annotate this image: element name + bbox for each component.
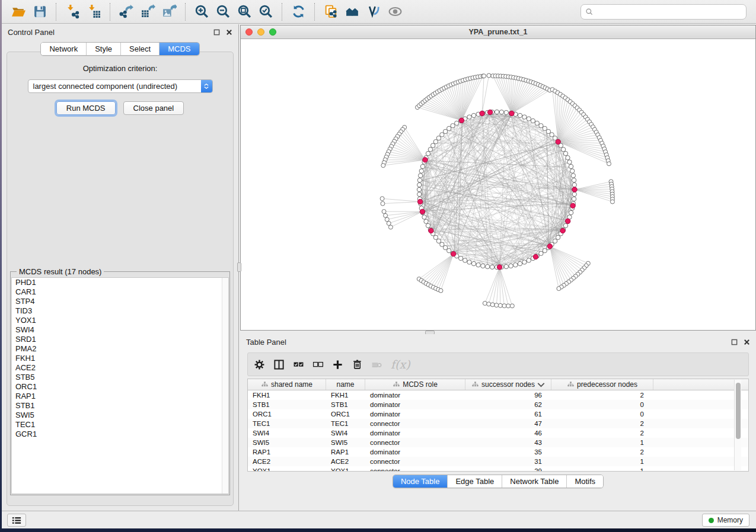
- network-node[interactable]: [495, 110, 499, 114]
- mcds-result-item[interactable]: TEC1: [12, 420, 228, 430]
- network-leaf-node[interactable]: [487, 73, 491, 78]
- network-window-titlebar[interactable]: YPA_prune.txt_1: [241, 25, 755, 39]
- network-node[interactable]: [504, 110, 508, 114]
- network-leaf-node[interactable]: [381, 164, 385, 168]
- network-node[interactable]: [569, 164, 573, 168]
- table-tab-network-table[interactable]: Network Table: [502, 475, 566, 488]
- table-row[interactable]: RAP1RAP1dominator352: [248, 447, 748, 457]
- tab-network[interactable]: Network: [41, 43, 86, 55]
- mcds-node[interactable]: [556, 139, 560, 144]
- table-row[interactable]: SWI4SWI4dominator462: [248, 428, 748, 438]
- table-settings-gear-icon[interactable]: [254, 359, 265, 370]
- mcds-list-scrollbar[interactable]: [222, 278, 228, 493]
- network-node[interactable]: [436, 239, 441, 243]
- network-node[interactable]: [561, 148, 565, 152]
- network-node[interactable]: [486, 264, 490, 268]
- export-table-icon[interactable]: [139, 4, 157, 20]
- mcds-result-item[interactable]: ACE2: [12, 363, 228, 373]
- table-row[interactable]: ACE2ACE2connector311: [248, 457, 748, 466]
- select-all-rows-icon[interactable]: [293, 359, 304, 370]
- network-node[interactable]: [443, 245, 447, 249]
- search-input[interactable]: [596, 7, 742, 16]
- table-row[interactable]: YOX1YOX1connector291: [248, 466, 748, 472]
- table-row[interactable]: STB1STB1dominator620: [248, 400, 748, 409]
- show-hide-eye-icon[interactable]: [386, 4, 404, 20]
- close-table-panel-icon[interactable]: [743, 339, 750, 346]
- mcds-node[interactable]: [480, 111, 484, 116]
- network-leaf-node[interactable]: [483, 301, 487, 305]
- mcds-node[interactable]: [451, 251, 456, 256]
- network-node[interactable]: [433, 235, 438, 239]
- table-scrollbar-thumb[interactable]: [736, 383, 741, 439]
- vizmap-toggle-icon[interactable]: [365, 4, 382, 20]
- network-leaf-node[interactable]: [381, 201, 385, 206]
- mcds-node[interactable]: [429, 228, 433, 233]
- network-node[interactable]: [458, 256, 462, 260]
- zoom-in-icon[interactable]: [193, 4, 210, 20]
- mcds-result-item[interactable]: YOX1: [12, 316, 228, 325]
- network-leaf-node[interactable]: [482, 74, 486, 78]
- network-node[interactable]: [563, 223, 567, 227]
- network-node[interactable]: [430, 143, 435, 148]
- network-leaf-node[interactable]: [490, 303, 495, 307]
- table-tab-edge-table[interactable]: Edge Table: [447, 475, 502, 488]
- mcds-node[interactable]: [565, 219, 570, 223]
- column-header-successor-nodes[interactable]: successor nodes: [465, 379, 551, 390]
- network-node[interactable]: [463, 258, 467, 262]
- table-row[interactable]: TEC1TEC1connector472: [248, 419, 748, 428]
- mcds-node[interactable]: [417, 199, 422, 204]
- network-node[interactable]: [563, 151, 567, 155]
- mcds-result-item[interactable]: TID3: [12, 306, 228, 316]
- network-node[interactable]: [566, 156, 570, 160]
- network-leaf-node[interactable]: [487, 302, 491, 306]
- tab-mcds[interactable]: MCDS: [159, 43, 199, 55]
- network-node[interactable]: [467, 115, 471, 119]
- mcds-node[interactable]: [572, 187, 577, 192]
- mcds-node[interactable]: [547, 244, 552, 249]
- mcds-result-item[interactable]: STB5: [12, 373, 228, 382]
- network-node[interactable]: [572, 197, 576, 201]
- network-node[interactable]: [527, 258, 531, 262]
- float-panel-icon[interactable]: [213, 29, 220, 36]
- network-leaf-node[interactable]: [557, 287, 561, 291]
- mcds-node[interactable]: [423, 158, 428, 162]
- network-node[interactable]: [447, 248, 451, 252]
- network-node[interactable]: [451, 123, 455, 127]
- column-header-MCDS-role[interactable]: MCDS role: [365, 379, 465, 390]
- table-scrollbar[interactable]: [734, 380, 741, 470]
- network-node[interactable]: [467, 260, 471, 264]
- table-row[interactable]: FKH1FKH1dominator962: [248, 390, 748, 400]
- close-panel-icon[interactable]: [225, 29, 232, 36]
- network-node[interactable]: [553, 239, 557, 243]
- network-node[interactable]: [455, 121, 459, 125]
- close-panel-button[interactable]: Close panel: [123, 101, 184, 115]
- network-node[interactable]: [417, 178, 422, 182]
- new-network-from-selection-icon[interactable]: [322, 4, 340, 20]
- mcds-result-item[interactable]: SWI5: [12, 411, 228, 420]
- table-tab-node-table[interactable]: Node Table: [393, 475, 448, 488]
- network-leaf-node[interactable]: [387, 222, 391, 226]
- network-leaf-node[interactable]: [607, 162, 611, 166]
- tab-style[interactable]: Style: [86, 43, 120, 55]
- network-leaf-node[interactable]: [495, 303, 499, 307]
- network-leaf-node[interactable]: [382, 210, 386, 214]
- mcds-node[interactable]: [487, 110, 492, 114]
- network-node[interactable]: [567, 160, 572, 164]
- mcds-node[interactable]: [533, 254, 538, 259]
- import-network-icon[interactable]: [63, 4, 81, 20]
- network-node[interactable]: [440, 242, 444, 246]
- network-node[interactable]: [443, 129, 447, 133]
- save-session-icon[interactable]: [31, 4, 49, 20]
- network-node[interactable]: [417, 192, 422, 196]
- mcds-node[interactable]: [509, 111, 514, 116]
- network-node[interactable]: [513, 262, 518, 267]
- add-column-icon[interactable]: [332, 359, 343, 370]
- network-leaf-node[interactable]: [439, 289, 443, 293]
- mcds-result-item[interactable]: ORC1: [12, 382, 228, 392]
- table-row[interactable]: ORC1ORC1dominator610: [248, 409, 748, 419]
- network-node[interactable]: [550, 133, 554, 137]
- mcds-result-item[interactable]: STP4: [12, 297, 228, 306]
- show-columns-icon[interactable]: [273, 359, 285, 370]
- network-node[interactable]: [569, 210, 573, 214]
- float-table-panel-icon[interactable]: [731, 339, 738, 346]
